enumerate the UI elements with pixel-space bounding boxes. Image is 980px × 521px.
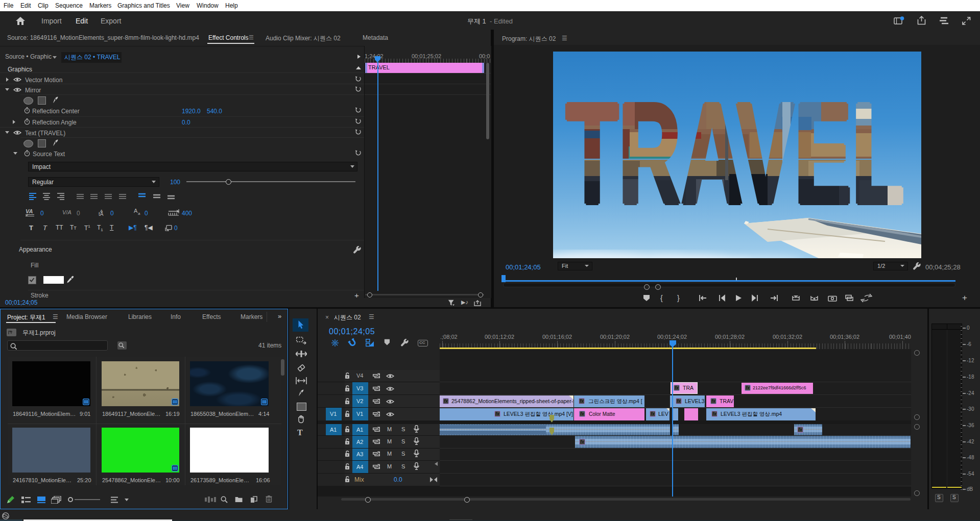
svg-text:}: }	[677, 294, 680, 302]
svg-text:a: a	[138, 211, 140, 216]
svg-text:A: A	[134, 208, 138, 214]
svg-text:V/A: V/A	[62, 209, 71, 215]
svg-text:VA: VA	[26, 208, 33, 214]
svg-text:{: {	[660, 294, 663, 302]
svg-text:tA: tA	[99, 211, 104, 217]
